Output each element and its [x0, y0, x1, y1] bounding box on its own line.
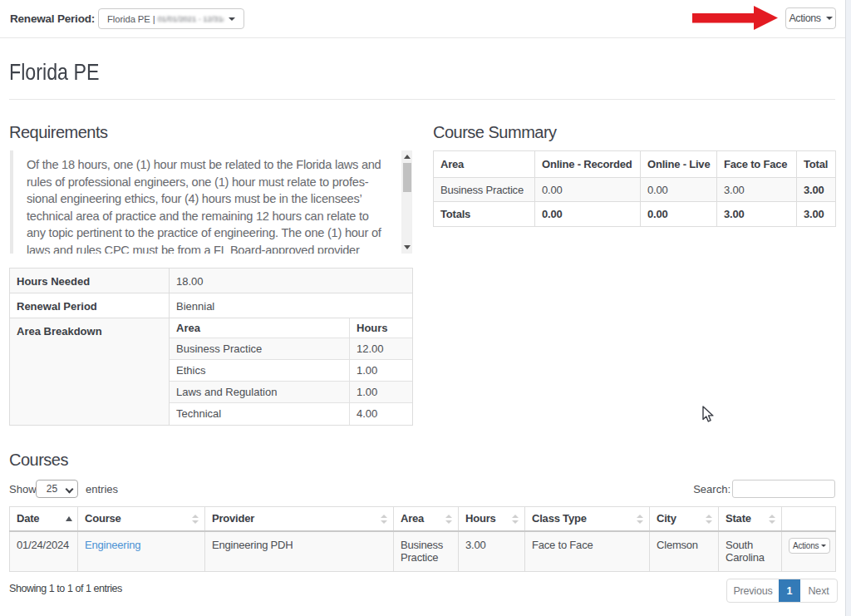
- column-label: Course: [85, 512, 121, 525]
- requirements-info-table: Hours Needed 18.00 Renewal Period Bienni…: [9, 268, 413, 426]
- chevron-down-icon: [66, 486, 72, 492]
- column-header-class-type[interactable]: Class Type: [525, 507, 650, 531]
- actions-button[interactable]: Actions: [785, 7, 836, 29]
- title-divider: [9, 99, 835, 100]
- pagination: Previous 1 Next: [726, 579, 838, 603]
- hours-column-header: Hours: [350, 318, 412, 338]
- column-header-provider[interactable]: Provider: [205, 507, 394, 531]
- requirements-line: Of the 18 hours, one (1) hour must be re…: [27, 156, 409, 174]
- course-state-cell: South Carolina: [719, 531, 782, 572]
- hours-cell: 4.00: [350, 403, 412, 425]
- pagination-previous[interactable]: Previous: [727, 579, 779, 602]
- course-summary-table: Area Online - Recorded Online - Live Fac…: [433, 150, 836, 227]
- area-cell: Ethics: [170, 360, 350, 381]
- summary-header-online-recorded: Online - Recorded: [535, 151, 641, 178]
- table-row: Renewal Period Biennial: [10, 293, 412, 318]
- scroll-down-icon[interactable]: [404, 245, 411, 249]
- column-header-course[interactable]: Course: [78, 507, 205, 531]
- row-actions-button[interactable]: Actions: [789, 538, 830, 554]
- course-class-type-cell: Face to Face: [525, 531, 650, 572]
- summary-header-area: Area: [434, 151, 535, 178]
- row-actions-label: Actions: [793, 541, 819, 550]
- column-header-date[interactable]: Date: [10, 507, 78, 531]
- column-label: Date: [17, 512, 39, 525]
- renewal-period-dropdown[interactable]: Florida PE | 01/01/2021 - 12/31/2034: [98, 8, 244, 29]
- requirements-scrollbox[interactable]: Of the 18 hours, one (1) hour must be re…: [9, 150, 412, 254]
- summary-totals-cell: 3.00: [797, 202, 836, 227]
- summary-header-online-live: Online - Live: [641, 151, 717, 178]
- sort-icon: [512, 515, 519, 524]
- summary-cell: 0.00: [641, 178, 717, 202]
- table-row: Business Practice 0.00 0.00 3.00 3.00: [434, 178, 836, 202]
- renewal-dropdown-dates: 01/01/2021 - 12/31/2034: [158, 14, 224, 23]
- top-bar: Renewal Period: Florida PE | 01/01/2021 …: [0, 0, 845, 38]
- page-size-select[interactable]: 25: [36, 480, 78, 498]
- hours-cell: 1.00: [350, 360, 412, 381]
- pagination-page-1[interactable]: 1: [779, 579, 800, 602]
- courses-controls: Show 25 entries Search:: [9, 480, 835, 499]
- summary-cell-total: 3.00: [797, 178, 836, 202]
- table-row: Technical 4.00: [170, 403, 412, 425]
- column-label: Provider: [212, 512, 254, 525]
- column-label: Hours: [465, 512, 496, 525]
- area-cell: Business Practice: [170, 338, 350, 359]
- scroll-up-icon[interactable]: [404, 155, 411, 159]
- caret-down-icon: [229, 17, 235, 21]
- requirements-text: Of the 18 hours, one (1) hour must be re…: [27, 156, 409, 254]
- page-scrollbar[interactable]: [845, 0, 851, 616]
- column-header-state[interactable]: State: [719, 507, 782, 531]
- courses-table: Date Course Provider Area Hours Class Ty…: [9, 506, 836, 572]
- column-header-area[interactable]: Area: [394, 507, 459, 531]
- renewal-period-value: Biennial: [170, 293, 412, 318]
- table-header-row: Area Online - Recorded Online - Live Fac…: [434, 151, 836, 178]
- requirements-line: technical area of practice and the remai…: [27, 208, 409, 225]
- summary-header-total: Total: [797, 151, 836, 178]
- course-actions-cell: Actions: [782, 531, 836, 572]
- column-label: Area: [401, 512, 424, 525]
- column-header-actions: [782, 507, 836, 531]
- requirements-leftbar: [10, 150, 13, 254]
- course-hours-cell: 3.00: [459, 531, 525, 572]
- column-header-city[interactable]: City: [650, 507, 719, 531]
- table-row: Laws and Regulation 1.00: [170, 382, 412, 403]
- caret-down-icon: [821, 545, 826, 547]
- red-arrow-annotation: [690, 3, 783, 37]
- column-header-hours[interactable]: Hours: [459, 507, 525, 531]
- renewal-period-label: Renewal Period:: [10, 12, 95, 25]
- requirements-scrollbar[interactable]: [401, 150, 412, 254]
- page-size-value: 25: [47, 483, 57, 495]
- requirements-line: laws and rules CPC must be from a FL Boa…: [27, 242, 409, 254]
- summary-totals-cell: 0.00: [535, 202, 641, 227]
- course-area-cell: Business Practice: [394, 531, 459, 572]
- course-link[interactable]: Engineering: [85, 539, 140, 551]
- table-row: Ethics 1.00: [170, 360, 412, 382]
- column-label: Class Type: [532, 512, 587, 525]
- hours-needed-value: 18.00: [170, 269, 412, 293]
- course-name-cell: Engineering: [78, 531, 205, 572]
- table-row: Area Breakdown Area Hours Business Pract…: [10, 318, 412, 425]
- search-input[interactable]: [732, 480, 835, 498]
- summary-cell: 3.00: [717, 178, 797, 202]
- hours-cell: 1.00: [350, 382, 412, 402]
- area-breakdown-label: Area Breakdown: [10, 318, 170, 425]
- area-column-header: Area: [170, 318, 350, 338]
- table-row: Business Practice 12.00: [170, 338, 412, 360]
- course-provider-cell: Engineering PDH: [205, 531, 394, 572]
- course-city-cell: Clemson: [650, 531, 719, 572]
- scrollbar-thumb[interactable]: [403, 163, 411, 192]
- course-row: 01/24/2024 Engineering Engineering PDH B…: [10, 531, 836, 572]
- requirements-line: any topic pertinent to the practice of e…: [27, 224, 409, 242]
- sort-icon: [637, 515, 643, 524]
- column-label: State: [726, 512, 751, 525]
- area-breakdown-table: Area Hours Business Practice 12.00 Ethic…: [170, 318, 412, 425]
- search-label: Search:: [693, 483, 730, 495]
- sort-asc-icon: [66, 516, 72, 521]
- summary-totals-cell: 0.00: [641, 202, 717, 227]
- course-summary-heading: Course Summary: [433, 123, 557, 142]
- pagination-next[interactable]: Next: [800, 579, 837, 602]
- summary-header-face-to-face: Face to Face: [717, 151, 797, 178]
- sort-icon: [706, 515, 712, 524]
- caret-down-icon: [826, 17, 833, 20]
- summary-cell: Business Practice: [434, 178, 535, 202]
- column-label: City: [657, 512, 676, 525]
